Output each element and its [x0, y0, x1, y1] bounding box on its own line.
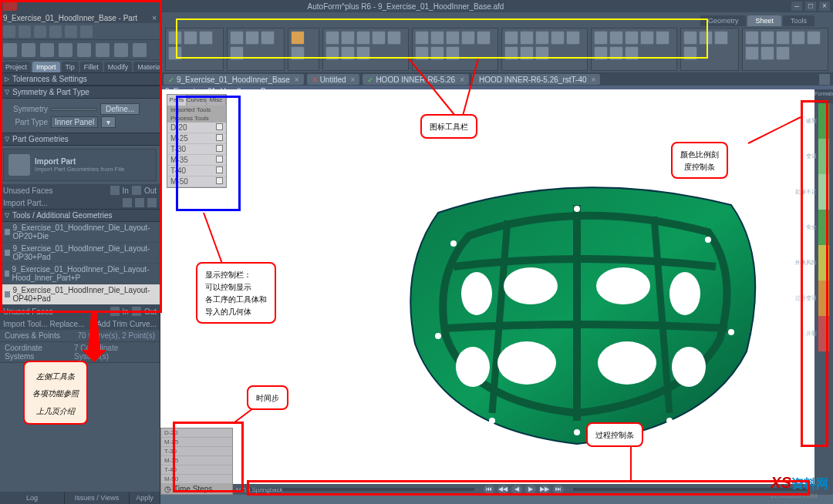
tab-fillet[interactable]: Fillet: [80, 62, 103, 72]
disp-row[interactable]: D-20: [167, 123, 226, 133]
rb-icon-3[interactable]: [40, 43, 54, 57]
symmetry-define-button[interactable]: Define...: [100, 103, 140, 115]
symmetry-header[interactable]: ▽Symmetry & Part Type: [0, 86, 160, 99]
import-tool-btn[interactable]: Import Tool...: [3, 320, 48, 328]
tb-icon[interactable]: [291, 31, 305, 45]
ts-row[interactable]: T-40: [161, 465, 232, 475]
tab-close-icon[interactable]: ×: [351, 76, 356, 84]
tb-icon[interactable]: [261, 31, 275, 45]
parttype-value[interactable]: Inner Panel: [51, 116, 98, 128]
play-play-button[interactable]: ▶: [525, 485, 536, 494]
tb-icon[interactable]: [372, 31, 386, 45]
tb-icon[interactable]: [504, 31, 518, 45]
tab-close-icon[interactable]: ×: [592, 76, 596, 84]
tb-icon[interactable]: [625, 46, 639, 60]
rb-icon-2[interactable]: [22, 43, 35, 57]
disp-tab-misc[interactable]: Misc: [207, 95, 226, 106]
tb-icon[interactable]: [776, 46, 790, 60]
tb-icon[interactable]: [791, 31, 805, 45]
rb-icon-8[interactable]: [133, 43, 147, 57]
tb-icon[interactable]: [535, 46, 549, 60]
ts-row[interactable]: M-50: [161, 475, 232, 484]
rb-icon-6[interactable]: [96, 43, 110, 57]
tb-icon[interactable]: [356, 31, 370, 45]
tb-icon[interactable]: [387, 31, 401, 45]
play-prev-button[interactable]: ◀: [511, 485, 522, 494]
ts-row[interactable]: M-35: [161, 456, 232, 465]
disp-tab-parts[interactable]: Parts: [167, 95, 187, 106]
qa-help-icon[interactable]: [80, 25, 93, 38]
symmetry-value[interactable]: [51, 108, 97, 111]
strip-ic3[interactable]: [147, 198, 157, 207]
disp-row[interactable]: M-50: [167, 176, 226, 187]
tb-icon[interactable]: [640, 31, 654, 45]
tree-item[interactable]: 9_Exercise_01_HoodInner_Die_Layout-OP20+…: [0, 222, 160, 243]
file-tab[interactable]: ✕Untitled×: [307, 74, 360, 85]
tb-icon[interactable]: [430, 31, 444, 45]
tb-icon[interactable]: [415, 31, 429, 45]
tb-icon[interactable]: [760, 46, 774, 60]
disp-row[interactable]: M-25: [167, 133, 226, 144]
tree-item[interactable]: 9_Exercise_01_HoodInner_Die_Layout-Hood_…: [0, 264, 160, 284]
pen-icon-2[interactable]: [110, 307, 120, 316]
home-icon[interactable]: [819, 74, 830, 85]
tb-icon[interactable]: [520, 46, 534, 60]
tolerances-header[interactable]: ▷Tolerances & Settings: [0, 72, 160, 86]
tb-icon[interactable]: [594, 46, 608, 60]
cb-seg[interactable]: 安全: [818, 210, 829, 245]
rb-icon-4[interactable]: [59, 43, 73, 57]
maintab-tools[interactable]: Tools: [783, 15, 814, 26]
tb-icon[interactable]: [609, 46, 623, 60]
qa-open-icon[interactable]: [19, 25, 31, 38]
strip-ic2[interactable]: [135, 198, 144, 207]
tb-icon[interactable]: [776, 31, 790, 45]
tb-icon[interactable]: [745, 46, 759, 60]
ts-row[interactable]: T-30: [161, 447, 232, 456]
tb-icon[interactable]: [683, 31, 697, 45]
tb-icon[interactable]: [461, 31, 475, 45]
minimize-button[interactable]: –: [791, 2, 802, 11]
tb-icon[interactable]: [656, 31, 669, 45]
checkbox-icon[interactable]: [216, 156, 223, 163]
tb-icon[interactable]: [551, 31, 565, 45]
tb-icon[interactable]: [535, 31, 549, 45]
checkbox-icon[interactable]: [216, 123, 223, 130]
tab-close-icon[interactable]: ×: [295, 76, 299, 84]
tb-icon[interactable]: [341, 31, 355, 45]
tb-icon[interactable]: [325, 46, 339, 60]
tb-icon[interactable]: [341, 46, 355, 60]
tb-icon[interactable]: [504, 46, 518, 60]
tb-icon[interactable]: [566, 31, 580, 45]
rb-icon-7[interactable]: [114, 43, 128, 57]
geometries-header[interactable]: ▽Part Geometries: [0, 133, 160, 146]
cb-seg[interactable]: 破裂: [818, 103, 829, 139]
qa-save-icon[interactable]: [34, 25, 46, 38]
panel-close-icon[interactable]: ×: [152, 14, 157, 22]
tab-project[interactable]: Project: [2, 62, 31, 72]
tools-geo-header[interactable]: ▽Tools / Additional Geometries: [0, 209, 160, 222]
rb-icon-1[interactable]: [3, 43, 17, 57]
cb-seg[interactable]: 变薄: [818, 139, 829, 174]
tab-modify[interactable]: Modify: [104, 62, 133, 72]
play-first-button[interactable]: ⏮: [484, 485, 494, 494]
import-part-btn[interactable]: Import Part...: [3, 199, 48, 207]
maximize-button[interactable]: □: [805, 2, 816, 11]
qa-new-icon[interactable]: [3, 25, 15, 38]
tb-icon[interactable]: [760, 31, 774, 45]
tb-icon[interactable]: [325, 31, 339, 45]
ts-row[interactable]: M-25: [161, 438, 232, 447]
disp-tab-curves[interactable]: Curves: [187, 95, 207, 106]
log-tab[interactable]: Log: [0, 492, 65, 504]
tab-import[interactable]: Import: [32, 62, 60, 72]
tb-icon[interactable]: [446, 31, 460, 45]
disp-row[interactable]: M-35: [167, 155, 226, 166]
cb-seg[interactable]: 开裂: [818, 316, 829, 351]
pen-icon[interactable]: [110, 186, 120, 195]
play-last-button[interactable]: ⏭: [553, 485, 564, 494]
import-part-card[interactable]: Import Part Import Part Geometries from …: [3, 149, 157, 181]
tb-icon[interactable]: [699, 31, 713, 45]
tb-icon[interactable]: [714, 31, 728, 45]
strip-ic1[interactable]: [123, 198, 132, 207]
checkbox-icon[interactable]: [216, 134, 223, 141]
disp-row[interactable]: T-40: [167, 166, 226, 176]
